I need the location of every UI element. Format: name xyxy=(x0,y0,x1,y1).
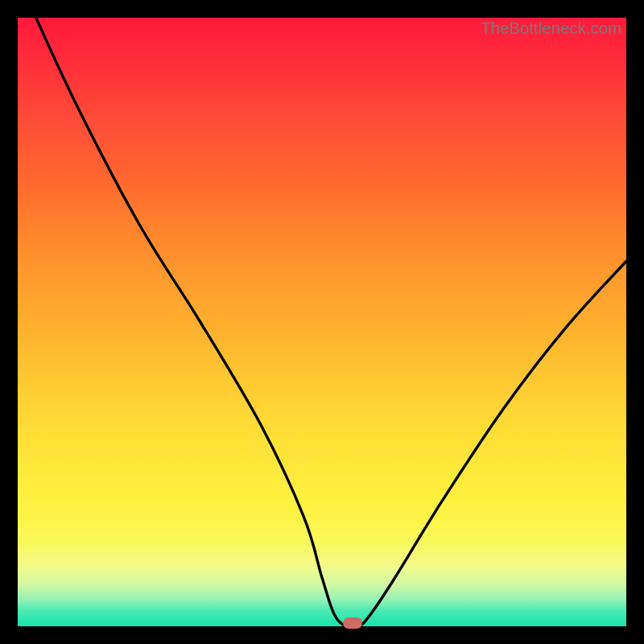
curve-svg xyxy=(18,18,626,626)
plot-area: TheBottleneck.com xyxy=(18,18,626,626)
bottleneck-curve xyxy=(36,18,626,626)
optimal-marker xyxy=(343,617,362,629)
chart-frame: TheBottleneck.com xyxy=(0,0,644,644)
